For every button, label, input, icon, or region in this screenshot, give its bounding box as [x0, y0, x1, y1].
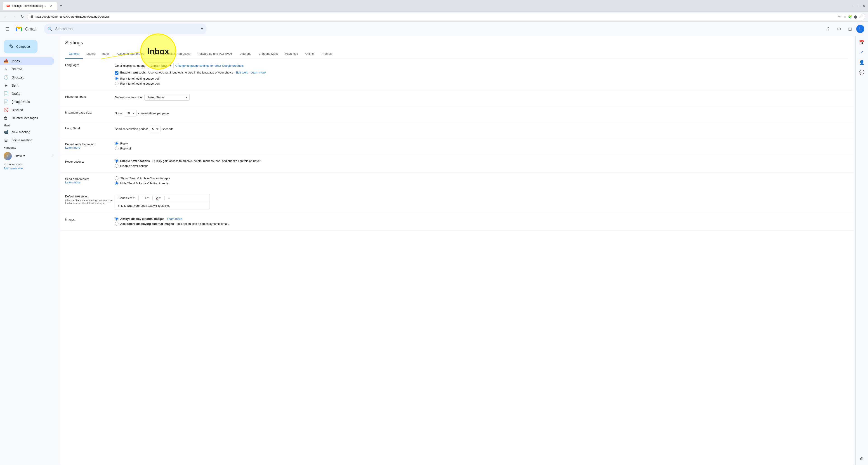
sendarchive-learn-more-link[interactable]: Learn more [65, 181, 80, 184]
reply-learn-more-link[interactable]: Learn more [65, 146, 80, 149]
font-name: Sans Serif [119, 196, 132, 200]
tab-inbox[interactable]: Inbox [99, 49, 113, 59]
edit-tools-link[interactable]: Edit tools [236, 71, 248, 74]
undosend-row: Undo Send: Send cancellation period: 5 s… [60, 122, 854, 138]
hangouts-add-icon[interactable]: + [52, 154, 54, 158]
contacts-panel-button[interactable]: 👤 [857, 58, 866, 67]
sidebar-item-deleted[interactable]: 🗑 Deleted Messages [0, 114, 54, 122]
forward-button[interactable]: → [11, 13, 17, 20]
sidebar-item-starred[interactable]: ☆ Starred [0, 65, 54, 73]
compose-button[interactable]: ✎ Compose [4, 40, 37, 53]
cancellation-select[interactable]: 5 [150, 126, 160, 132]
images-learn-more-link[interactable]: Learn more [167, 217, 182, 221]
search-bar[interactable]: 🔍 ▾ [44, 24, 207, 34]
hamburger-menu-button[interactable]: ☰ [4, 24, 11, 33]
url-text: mail.google.com/mail/u/0/?tab=rm&ogbl#se… [35, 15, 110, 18]
tab-themes[interactable]: Themes [317, 49, 335, 59]
enable-input-tools-label: Enable input tools [120, 71, 146, 74]
avatar[interactable]: L [856, 25, 864, 33]
tab-addons[interactable]: Add-ons [237, 49, 255, 59]
language-select[interactable]: English (US) [148, 62, 174, 69]
chat-panel-button[interactable]: 💬 [857, 68, 866, 77]
new-tab-button[interactable]: + [58, 3, 64, 9]
ask-before-display-radio[interactable] [115, 222, 119, 226]
tasks-panel-button[interactable]: ✓ [857, 48, 866, 57]
reply-all-label: Reply all [120, 147, 131, 150]
sidebar-item-drafts[interactable]: 📄 Drafts [0, 90, 54, 98]
enable-input-tools-desc: - Use various text input tools to type i… [147, 71, 235, 74]
tab-accounts-import[interactable]: Accounts and Import [113, 49, 147, 59]
menu-icon[interactable]: ⋮ [859, 15, 862, 19]
no-chats-text: No recent chats [0, 162, 58, 167]
reply-radio[interactable] [115, 142, 119, 145]
font-size-button[interactable]: T T ▾ [141, 196, 151, 201]
maximize-button[interactable]: □ [858, 4, 860, 8]
rtl-on-radio[interactable] [115, 82, 119, 85]
search-dropdown-icon[interactable]: ▾ [201, 26, 203, 31]
close-browser-button[interactable]: ✕ [863, 4, 865, 8]
font-select-button[interactable]: Sans Serif ▾ [117, 196, 136, 201]
extensions-icon[interactable]: 🧩 [848, 15, 852, 19]
back-button[interactable]: ← [3, 13, 9, 20]
learn-more-tools-link[interactable]: Learn more [251, 71, 266, 74]
hover-row: Hover actions: Enable hover actions - Qu… [60, 155, 854, 173]
show-sendarchive-radio[interactable] [115, 176, 119, 180]
expand-panel-button[interactable]: ⊕ [857, 454, 866, 463]
profile-icon[interactable]: ⬤ [854, 15, 857, 19]
search-input[interactable] [55, 27, 198, 31]
sidebar-label-inbox: Inbox [12, 59, 20, 63]
tab-advanced[interactable]: Advanced [281, 49, 302, 59]
tab-general[interactable]: General [65, 49, 83, 59]
remove-formatting-button[interactable]: T̶ [166, 196, 172, 201]
sidebar-item-blocked[interactable]: 🚫 Blocked [0, 106, 54, 114]
refresh-button[interactable]: ↻ [19, 13, 25, 20]
tab-close-button[interactable]: ✕ [49, 4, 53, 8]
sidebar-item-snoozed[interactable]: 🕐 Snoozed [0, 73, 54, 81]
start-chat-link[interactable]: Start a new one [0, 167, 58, 170]
help-button[interactable]: ? [824, 24, 833, 33]
disable-hover-radio[interactable] [115, 164, 119, 168]
font-color-icon: A [156, 196, 158, 200]
hover-label: Hover actions: [65, 159, 115, 163]
color-dropdown-icon: ▾ [159, 196, 161, 200]
enable-hover-radio[interactable] [115, 159, 119, 163]
hangouts-user-item[interactable]: L Lifewire + [0, 150, 58, 162]
browser-tab[interactable]: Settings - lifewiredemo@gmail.c... ✕ [3, 2, 57, 10]
change-language-link[interactable]: Change language settings for other Googl… [176, 64, 244, 67]
star-icon[interactable]: ☆ [843, 15, 846, 19]
tab-filters[interactable]: Filters and Blocked Addresses [147, 49, 194, 59]
sidebar-item-sent[interactable]: ➤ Sent [0, 81, 54, 90]
join-meeting-icon: ⊞ [4, 138, 8, 143]
calendar-panel-button[interactable]: 📅 [857, 38, 866, 47]
deleted-icon: 🗑 [4, 116, 8, 120]
sidebar-item-imap-drafts[interactable]: 📄 [Imap]/Drafts [0, 98, 54, 106]
tab-forwarding[interactable]: Forwarding and POP/IMAP [194, 49, 237, 59]
rtl-off-radio[interactable] [115, 77, 119, 80]
sidebar-item-inbox[interactable]: 📥 Inbox [0, 57, 54, 65]
reply-all-radio[interactable] [115, 147, 119, 150]
country-code-select[interactable]: United States [145, 94, 190, 100]
address-bar[interactable]: mail.google.com/mail/u/0/?tab=rm&ogbl#se… [27, 13, 865, 20]
hide-sendarchive-label: Hide "Send & Archive" button in reply [120, 182, 168, 185]
sidebar-item-join-meeting[interactable]: ⊞ Join a meeting [0, 136, 54, 144]
always-display-radio[interactable] [115, 217, 119, 221]
apps-button[interactable]: ⊞ [845, 24, 855, 33]
enable-input-tools-checkbox[interactable] [115, 71, 119, 75]
font-color-button[interactable]: A ▾ [154, 196, 162, 201]
ask-before-label: Ask before displaying external images [120, 222, 174, 226]
tab-labels[interactable]: Labels [83, 49, 98, 59]
sidebar-label-blocked: Blocked [12, 108, 23, 112]
sidebar-item-new-meeting[interactable]: 📹 New meeting [0, 128, 54, 136]
search-icon: 🔍 [48, 26, 53, 31]
tab-offline[interactable]: Offline [302, 49, 317, 59]
tab-chat-meet[interactable]: Chat and Meet [255, 49, 281, 59]
hide-sendarchive-radio[interactable] [115, 181, 119, 185]
pagesize-select[interactable]: 50 [124, 110, 136, 116]
gmail-logo: Gmail [15, 25, 37, 33]
settings-button[interactable]: ⚙ [835, 24, 844, 33]
imap-drafts-icon: 📄 [4, 99, 8, 104]
text-style-controls: Sans Serif ▾ T T ▾ [115, 194, 210, 202]
text-style-toolbar: Sans Serif ▾ T T ▾ [115, 194, 210, 209]
minimize-button[interactable]: ─ [853, 4, 855, 8]
hangouts-section-title: Hangouts [0, 144, 58, 150]
